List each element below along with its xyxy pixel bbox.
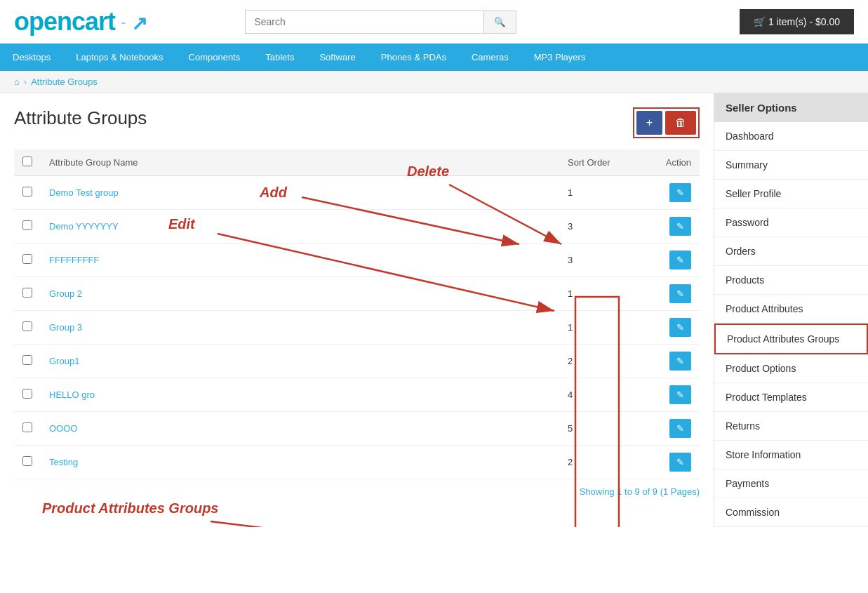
home-icon: ⌂ [14,76,20,87]
row-name-cell: OOOO [41,412,559,446]
table-row: Demo YYYYYYY 3 ✎ [14,210,700,244]
sidebar-item-orders[interactable]: Orders [714,237,868,266]
search-input[interactable] [245,10,483,34]
row-sort-cell: 2 [559,446,643,479]
row-name-cell: Demo YYYYYYY [41,210,559,244]
nav-phones[interactable]: Phones & PDAs [368,44,459,71]
pagination-info: Showing 1 to 9 of 9 (1 Pages) [14,479,700,504]
sidebar-item-seller-profile[interactable]: Seller Profile [714,180,868,208]
row-checkbox[interactable] [22,321,32,331]
row-name-cell: FFFFFFFFF [41,244,559,277]
nav-laptops[interactable]: Laptops & Notebooks [63,44,175,71]
search-button[interactable]: 🔍 [483,11,516,34]
cart-label: 1 item(s) - $0.00 [768,16,840,27]
row-checkbox[interactable] [22,389,32,399]
row-name-link[interactable]: Demo YYYYYYY [49,221,119,232]
row-edit-button[interactable]: ✎ [669,183,691,202]
row-sort-cell: 3 [559,244,643,277]
row-edit-button[interactable]: ✎ [669,453,691,472]
add-button[interactable]: + [636,111,662,135]
page-header: Attribute Groups + 🗑 [14,107,700,138]
nav-tablets[interactable]: Tablets [253,44,307,71]
sidebar-title: Seller Options [714,93,868,122]
row-checkbox-cell [14,345,41,378]
row-name-cell: HELLO gro [41,378,559,412]
col-header-name: Attribute Group Name [41,149,559,176]
nav-mp3[interactable]: MP3 Players [521,44,599,71]
table-row: HELLO gro 4 ✎ [14,378,700,412]
sidebar-item-product-templates[interactable]: Product Templates [714,383,868,412]
row-name-link[interactable]: HELLO gro [49,389,95,400]
row-action-cell: ✎ [643,345,700,378]
nav-components[interactable]: Components [176,44,253,71]
breadcrumb-attribute-groups[interactable]: Attribute Groups [31,76,98,87]
row-name-link[interactable]: OOOO [49,423,77,434]
row-sort-cell: 3 [559,210,643,244]
row-action-cell: ✎ [643,446,700,479]
table-row: Group1 2 ✎ [14,345,700,378]
breadcrumb-sep: › [24,76,27,87]
row-name-link[interactable]: Group 2 [49,288,82,299]
row-checkbox-cell [14,378,41,412]
sidebar-item-store-information[interactable]: Store Information [714,441,868,469]
main-layout: Attribute Groups + 🗑 Attribute Group Nam… [0,93,868,527]
row-edit-button[interactable]: ✎ [669,251,691,269]
breadcrumb: ⌂ › Attribute Groups [0,71,868,93]
breadcrumb-home[interactable]: ⌂ [14,76,20,87]
row-checkbox[interactable] [22,422,32,432]
sidebar-item-password[interactable]: Password [714,208,868,237]
row-edit-button[interactable]: ✎ [669,385,691,404]
row-name-link[interactable]: Demo Test group [49,187,119,198]
row-edit-button[interactable]: ✎ [669,352,691,371]
row-checkbox-cell [14,412,41,446]
sidebar-item-payments[interactable]: Payments [714,469,868,498]
row-edit-button[interactable]: ✎ [669,217,691,236]
row-checkbox[interactable] [22,288,32,298]
sidebar-item-products[interactable]: Products [714,266,868,295]
row-name-link[interactable]: Group 3 [49,322,82,333]
row-checkbox[interactable] [22,254,32,264]
row-name-link[interactable]: Testing [49,457,78,467]
delete-button[interactable]: 🗑 [665,111,696,135]
sidebar-item-summary[interactable]: Summary [714,151,868,180]
row-checkbox[interactable] [22,355,32,365]
row-checkbox[interactable] [22,187,32,196]
row-checkbox[interactable] [22,456,32,466]
action-button-group: + 🗑 [633,107,700,138]
row-checkbox[interactable] [22,220,32,230]
content-area: Attribute Groups + 🗑 Attribute Group Nam… [0,93,714,527]
row-action-cell: ✎ [643,378,700,412]
row-name-link[interactable]: FFFFFFFFF [49,255,99,265]
sidebar-item-product-attributes-groups[interactable]: Product Attributes Groups [714,324,868,354]
sidebar-item-commission[interactable]: Commission [714,498,868,527]
main-nav: Desktops Laptops & Notebooks Components … [0,44,868,71]
table-row: FFFFFFFFF 3 ✎ [14,244,700,277]
sidebar-item-returns[interactable]: Returns [714,412,868,441]
row-checkbox-cell [14,277,41,311]
sidebar-item-dashboard[interactable]: Dashboard [714,122,868,151]
row-action-cell: ✎ [643,412,700,446]
cart-button[interactable]: 🛒 1 item(s) - $0.00 [740,9,854,34]
sidebar-item-product-attributes[interactable]: Product Attributes [714,295,868,324]
row-name-link[interactable]: Group1 [49,356,79,366]
row-sort-cell: 2 [559,345,643,378]
row-sort-cell: 1 [559,277,643,311]
nav-desktops[interactable]: Desktops [0,44,63,71]
table-row: Group 2 1 ✎ [14,277,700,311]
row-edit-button[interactable]: ✎ [669,318,691,337]
table-row: Demo Test group 1 ✎ [14,176,700,210]
select-all-checkbox[interactable] [22,156,32,166]
col-header-sort: Sort Order [559,149,643,176]
nav-software[interactable]: Software [307,44,368,71]
sidebar-item-product-options[interactable]: Product Options [714,354,868,383]
row-action-cell: ✎ [643,311,700,345]
attribute-groups-table: Attribute Group Name Sort Order Action D… [14,149,700,479]
row-checkbox-cell [14,311,41,345]
search-icon: 🔍 [494,17,506,27]
row-edit-button[interactable]: ✎ [669,419,691,438]
row-edit-button[interactable]: ✎ [669,284,691,303]
row-name-cell: Group 2 [41,277,559,311]
row-checkbox-cell [14,176,41,210]
col-header-action: Action [643,149,700,176]
nav-cameras[interactable]: Cameras [459,44,521,71]
